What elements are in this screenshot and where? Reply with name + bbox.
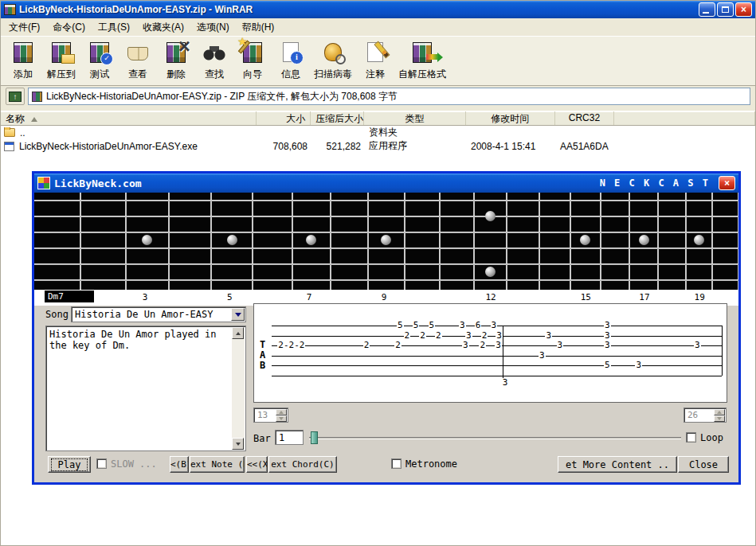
tab-note: 3	[502, 378, 509, 388]
song-dropdown-button[interactable]	[231, 308, 245, 321]
metronome-checkbox[interactable]	[391, 458, 402, 469]
prev-chord-button[interactable]: <<(X)	[246, 456, 268, 473]
tab-note: 3	[604, 321, 611, 330]
toolbar-button-delete[interactable]: 删除	[157, 38, 195, 82]
tab-note: 2	[419, 331, 426, 341]
lickbyneck-close-dialog-button[interactable]: Close	[678, 456, 729, 473]
sort-ascending-icon	[31, 117, 37, 122]
info-icon	[277, 40, 304, 67]
toolbar-button-label: 扫描病毒	[314, 68, 352, 81]
menu-item[interactable]: 选项(N)	[190, 18, 236, 37]
play-button[interactable]: Play	[48, 456, 91, 473]
toolbar-button-find[interactable]: 查找	[195, 38, 233, 82]
toolbar-button-info[interactable]: 信息	[272, 38, 310, 82]
up-directory-button[interactable]: ↑	[6, 88, 25, 105]
fret-number: 7	[307, 292, 312, 302]
toolbar-button-sfx[interactable]: 自解压格式	[394, 38, 450, 82]
test-icon	[86, 40, 113, 67]
fret-marker-dot	[580, 235, 590, 245]
fret-wire	[473, 193, 475, 290]
bar-input[interactable]: 1	[275, 430, 304, 445]
guitar-string	[34, 248, 738, 249]
song-dropdown[interactable]: Historia De Un Amor-EASY	[71, 306, 246, 322]
next-note-button[interactable]: ext Note (N)	[190, 456, 245, 473]
description-textarea[interactable]: Historia De Un Amor played in the key of…	[45, 326, 246, 451]
close-button[interactable]: ×	[735, 2, 752, 17]
lickbyneck-titlebar[interactable]: LickByNeck.com N E C K C A S T ×	[34, 174, 738, 193]
spinner-up-icon	[717, 411, 722, 414]
bar-label: Bar	[253, 433, 271, 444]
spinner-up-button[interactable]	[714, 409, 725, 415]
bar-slider[interactable]	[309, 431, 681, 445]
toolbar-button-view[interactable]: 查看	[119, 38, 157, 82]
file-row[interactable]: LickByNeck-HistoriaDeUnAmor-EASY.exe708,…	[1, 139, 755, 153]
column-header-type[interactable]: 类型	[364, 111, 466, 125]
scroll-up-button[interactable]	[232, 327, 244, 339]
column-header-packed[interactable]: 压缩后大小	[311, 111, 364, 125]
tab-note: 3	[491, 321, 498, 330]
tab-note: 3	[694, 341, 701, 350]
winrar-titlebar[interactable]: LickByNeck-HistoriaDeUnAmor-EASY.zip - W…	[1, 1, 755, 18]
file-row[interactable]: ..资料夹	[1, 126, 755, 139]
fret-number: 19	[695, 292, 705, 302]
lickbyneck-body: 357912151719 Dm7 Song Historia De Un Amo…	[34, 193, 738, 482]
tab-staff-label: A	[260, 349, 265, 361]
toolbar-button-wizard[interactable]: 向导	[233, 38, 272, 82]
column-header-size[interactable]: 大小	[257, 111, 311, 125]
exe-icon	[4, 142, 14, 151]
fret-wire	[252, 193, 253, 290]
scroll-up-icon	[236, 332, 241, 335]
prev-note-button[interactable]: <(B)	[170, 456, 189, 473]
fret-wire	[168, 193, 170, 290]
lickbyneck-close-button[interactable]: ×	[719, 176, 735, 190]
sfx-icon-glyph	[413, 42, 432, 63]
menu-item[interactable]: 帮助(H)	[236, 18, 281, 37]
virus-scan-icon	[319, 40, 347, 67]
tab-staff-label: T	[260, 339, 265, 350]
minimize-button[interactable]	[699, 2, 715, 17]
tab-note: 3	[539, 351, 546, 361]
slider-thumb[interactable]	[311, 431, 318, 444]
extract-to-icon	[48, 40, 75, 67]
toolbar-button-test[interactable]: 测试	[80, 38, 119, 82]
maximize-button[interactable]	[717, 2, 734, 17]
fret-wire	[685, 193, 687, 290]
fret-wire	[570, 193, 571, 290]
menu-item[interactable]: 文件(F)	[2, 18, 46, 37]
spinner-down-button[interactable]	[714, 415, 725, 422]
toolbar-button-virus-scan[interactable]: 扫描病毒	[310, 38, 356, 82]
fret-wire	[539, 193, 540, 290]
add-archive-icon-glyph	[14, 42, 33, 63]
slow-checkbox[interactable]	[96, 458, 107, 469]
toolbar-button-label: 添加	[14, 68, 33, 81]
description-scrollbar[interactable]	[232, 327, 245, 450]
counter-spinner[interactable]	[714, 409, 725, 421]
address-field[interactable]: LickByNeck-HistoriaDeUnAmor-EASY.zip - Z…	[28, 88, 750, 105]
spinner-up-button[interactable]	[276, 409, 287, 415]
file-modified-time: 2008-4-1 15:41	[467, 141, 556, 152]
tab-staff-label: B	[260, 360, 265, 371]
guitar-string	[34, 200, 738, 201]
get-more-content-button[interactable]: et More Content ..	[558, 456, 677, 473]
menu-item[interactable]: 命令(C)	[46, 18, 92, 37]
file-name: ..	[20, 127, 25, 138]
menu-item[interactable]: 工具(S)	[92, 18, 136, 37]
toolbar-button-comment[interactable]: 注释	[356, 38, 394, 82]
column-header-modified[interactable]: 修改时间	[466, 111, 555, 125]
column-header-name[interactable]: 名称	[1, 111, 257, 125]
scroll-down-icon	[236, 443, 241, 446]
guitar-string	[34, 279, 738, 281]
scroll-down-button[interactable]	[232, 438, 244, 450]
counter-spinner[interactable]	[276, 409, 287, 421]
next-chord-button[interactable]: ext Chord(C)	[268, 456, 337, 473]
loop-checkbox[interactable]	[686, 432, 696, 443]
add-archive-icon	[10, 40, 37, 67]
spinner-down-button[interactable]	[276, 415, 287, 422]
toolbar-button-add-archive[interactable]: 添加	[4, 38, 42, 82]
fret-marker-dot	[485, 267, 496, 277]
toolbar-button-extract-to[interactable]: 解压到	[42, 38, 80, 82]
column-header-crc32[interactable]: CRC32	[555, 111, 615, 125]
tab-note: 5	[413, 321, 420, 330]
file-name: LickByNeck-HistoriaDeUnAmor-EASY.exe	[19, 141, 198, 152]
tab-note: 5	[397, 321, 404, 330]
